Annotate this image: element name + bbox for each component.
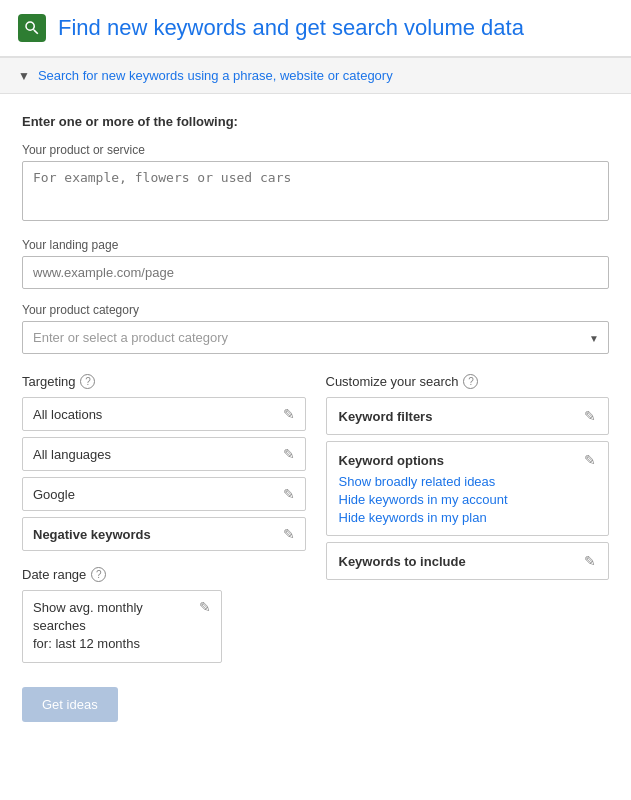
date-range-label: Date range bbox=[22, 567, 86, 582]
targeting-heading: Targeting ? bbox=[22, 374, 306, 389]
main-content: Enter one or more of the following: Your… bbox=[0, 94, 631, 742]
targeting-item-negative-keywords[interactable]: Negative keywords ✎ bbox=[22, 517, 306, 551]
date-range-help-icon[interactable]: ? bbox=[91, 567, 106, 582]
category-label: Your product category bbox=[22, 303, 609, 317]
product-label: Your product or service bbox=[22, 143, 609, 157]
targeting-locations-label: All locations bbox=[33, 407, 102, 422]
targeting-languages-label: All languages bbox=[33, 447, 111, 462]
customize-column: Customize your search ? Keyword filters … bbox=[326, 374, 610, 663]
page-header: Find new keywords and get search volume … bbox=[0, 0, 631, 57]
keyword-filters-edit-icon[interactable]: ✎ bbox=[584, 408, 596, 424]
targeting-locations-edit-icon[interactable]: ✎ bbox=[283, 406, 295, 422]
landing-page-input[interactable] bbox=[22, 256, 609, 289]
date-range-item[interactable]: Show avg. monthly searches for: last 12 … bbox=[22, 590, 222, 663]
landing-page-field-group: Your landing page bbox=[22, 238, 609, 289]
targeting-google-label: Google bbox=[33, 487, 75, 502]
targeting-negative-keywords-edit-icon[interactable]: ✎ bbox=[283, 526, 295, 542]
targeting-help-icon[interactable]: ? bbox=[80, 374, 95, 389]
category-select[interactable]: Enter or select a product category bbox=[22, 321, 609, 354]
targeting-languages-edit-icon[interactable]: ✎ bbox=[283, 446, 295, 462]
customize-label: Customize your search bbox=[326, 374, 459, 389]
category-field-group: Your product category Enter or select a … bbox=[22, 303, 609, 354]
landing-page-label: Your landing page bbox=[22, 238, 609, 252]
form-section-title: Enter one or more of the following: bbox=[22, 114, 609, 129]
date-range-text: Show avg. monthly searches for: last 12 … bbox=[33, 599, 199, 654]
toggle-arrow-icon: ▼ bbox=[18, 69, 30, 83]
search-icon bbox=[18, 14, 46, 42]
keywords-to-include-title: Keywords to include bbox=[339, 554, 466, 569]
two-col-section: Targeting ? All locations ✎ All language… bbox=[22, 374, 609, 663]
keyword-options-links: Show broadly related ideas Hide keywords… bbox=[339, 474, 597, 525]
date-range-heading: Date range ? bbox=[22, 567, 306, 582]
keywords-to-include-edit-icon[interactable]: ✎ bbox=[584, 553, 596, 569]
keywords-to-include-header: Keywords to include ✎ bbox=[339, 553, 597, 569]
targeting-column: Targeting ? All locations ✎ All language… bbox=[22, 374, 306, 663]
search-toggle-label: Search for new keywords using a phrase, … bbox=[38, 68, 393, 83]
date-range-edit-icon[interactable]: ✎ bbox=[199, 599, 211, 615]
category-select-wrapper: Enter or select a product category bbox=[22, 321, 609, 354]
targeting-negative-keywords-label: Negative keywords bbox=[33, 527, 151, 542]
targeting-item-languages[interactable]: All languages ✎ bbox=[22, 437, 306, 471]
customize-help-icon[interactable]: ? bbox=[463, 374, 478, 389]
product-field-group: Your product or service bbox=[22, 143, 609, 224]
get-ideas-button[interactable]: Get ideas bbox=[22, 687, 118, 722]
search-toggle[interactable]: ▼ Search for new keywords using a phrase… bbox=[0, 57, 631, 94]
keyword-options-header: Keyword options ✎ bbox=[339, 452, 597, 468]
hide-plan-link[interactable]: Hide keywords in my plan bbox=[339, 510, 597, 525]
date-range-section: Date range ? Show avg. monthly searches … bbox=[22, 567, 306, 663]
keyword-filters-header: Keyword filters ✎ bbox=[339, 408, 597, 424]
page-title: Find new keywords and get search volume … bbox=[58, 15, 524, 41]
targeting-google-edit-icon[interactable]: ✎ bbox=[283, 486, 295, 502]
keyword-options-item[interactable]: Keyword options ✎ Show broadly related i… bbox=[326, 441, 610, 536]
targeting-item-google[interactable]: Google ✎ bbox=[22, 477, 306, 511]
keywords-to-include-item[interactable]: Keywords to include ✎ bbox=[326, 542, 610, 580]
broadly-related-link[interactable]: Show broadly related ideas bbox=[339, 474, 597, 489]
keyword-options-title: Keyword options bbox=[339, 453, 444, 468]
hide-account-link[interactable]: Hide keywords in my account bbox=[339, 492, 597, 507]
product-input[interactable] bbox=[22, 161, 609, 221]
targeting-label: Targeting bbox=[22, 374, 75, 389]
keyword-filters-item[interactable]: Keyword filters ✎ bbox=[326, 397, 610, 435]
targeting-item-locations[interactable]: All locations ✎ bbox=[22, 397, 306, 431]
keyword-filters-title: Keyword filters bbox=[339, 409, 433, 424]
keyword-options-edit-icon[interactable]: ✎ bbox=[584, 452, 596, 468]
customize-heading: Customize your search ? bbox=[326, 374, 610, 389]
